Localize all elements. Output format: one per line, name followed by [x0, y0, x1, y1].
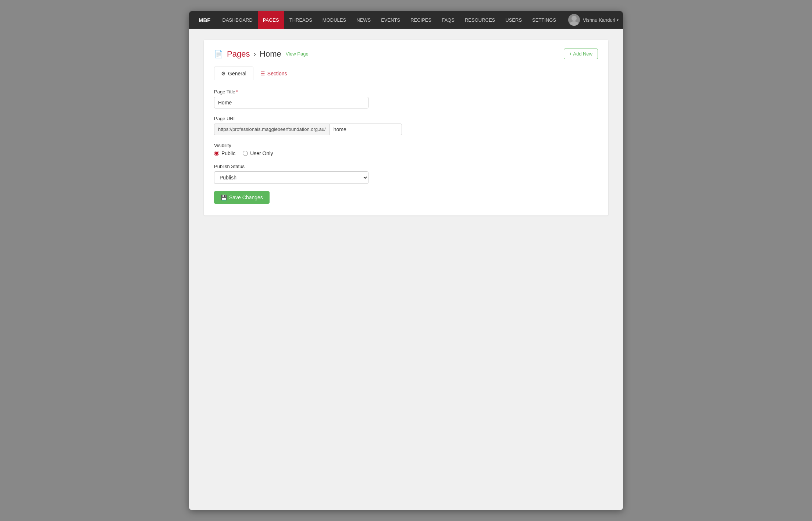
svg-point-1: [570, 21, 578, 26]
page-title-group: Page Title*: [214, 89, 598, 108]
breadcrumb-current: Home: [260, 49, 281, 59]
publish-status-group: Publish Status Publish Draft: [214, 164, 598, 184]
nav-threads[interactable]: THREADS: [284, 11, 317, 29]
nav-pages[interactable]: PAGES: [258, 11, 284, 29]
save-label: Save Changes: [229, 195, 263, 200]
tab-sections[interactable]: ☰ Sections: [253, 67, 294, 80]
nav-resources[interactable]: RESOURCES: [460, 11, 500, 29]
tabs: ⚙ General ☰ Sections: [214, 67, 598, 80]
page-card: 📄 Pages › Home View Page + Add New ⚙ Gen…: [204, 40, 608, 215]
sections-icon: ☰: [260, 71, 265, 76]
url-field-group: https://professionals.maggiebeerfoundati…: [214, 124, 368, 135]
radio-public-text: Public: [221, 150, 235, 156]
nav-settings[interactable]: SETTINGS: [527, 11, 561, 29]
page-title-input[interactable]: [214, 97, 368, 108]
nav-events[interactable]: EVENTS: [376, 11, 405, 29]
window-frame: MBF DASHBOARD PAGES THREADS MODULES NEWS…: [189, 11, 623, 510]
user-menu[interactable]: Vishnu Kanduri ▾: [568, 14, 619, 26]
nav-dashboard[interactable]: DASHBOARD: [217, 11, 258, 29]
radio-public[interactable]: [214, 151, 219, 156]
brand: MBF: [193, 17, 216, 23]
tab-general[interactable]: ⚙ General: [214, 67, 253, 80]
radio-user-only-text: User Only: [250, 150, 273, 156]
svg-point-0: [571, 16, 577, 21]
page-form: Page Title* Page URL https://professiona…: [214, 89, 598, 204]
gear-icon: ⚙: [221, 71, 226, 76]
save-changes-button[interactable]: 💾 Save Changes: [214, 191, 270, 204]
radio-group: Public User Only: [214, 150, 598, 156]
url-slug-input[interactable]: [330, 124, 402, 135]
view-page-link[interactable]: View Page: [286, 51, 309, 57]
main-content: 📄 Pages › Home View Page + Add New ⚙ Gen…: [189, 29, 623, 510]
add-new-button[interactable]: + Add New: [564, 49, 598, 59]
save-icon: 💾: [221, 195, 227, 200]
pages-icon: 📄: [214, 50, 223, 58]
user-name: Vishnu Kanduri: [583, 17, 615, 23]
visibility-group: Visibility Public User Only: [214, 143, 598, 156]
breadcrumb-pages[interactable]: Pages: [227, 49, 250, 59]
page-url-label: Page URL: [214, 116, 598, 121]
nav-users[interactable]: USERS: [500, 11, 527, 29]
publish-status-label: Publish Status: [214, 164, 598, 169]
nav-recipes[interactable]: RECIPES: [405, 11, 437, 29]
tab-general-label: General: [228, 71, 246, 76]
radio-user-only-label[interactable]: User Only: [243, 150, 273, 156]
url-prefix: https://professionals.maggiebeerfoundati…: [214, 124, 330, 135]
publish-status-select[interactable]: Publish Draft: [214, 171, 368, 184]
radio-public-label[interactable]: Public: [214, 150, 235, 156]
tab-sections-label: Sections: [267, 71, 287, 76]
nav-modules[interactable]: MODULES: [317, 11, 351, 29]
required-star: *: [236, 89, 238, 94]
user-dropdown-arrow: ▾: [617, 18, 619, 22]
breadcrumb: 📄 Pages › Home View Page + Add New: [214, 49, 598, 59]
nav-faqs[interactable]: FAQS: [437, 11, 460, 29]
nav-news[interactable]: NEWS: [351, 11, 376, 29]
navbar: MBF DASHBOARD PAGES THREADS MODULES NEWS…: [189, 11, 623, 29]
page-title-label: Page Title*: [214, 89, 598, 94]
breadcrumb-separator: ›: [253, 50, 256, 58]
page-url-group: Page URL https://professionals.maggiebee…: [214, 116, 598, 135]
visibility-label: Visibility: [214, 143, 598, 148]
avatar: [568, 14, 580, 26]
radio-user-only[interactable]: [243, 151, 248, 156]
